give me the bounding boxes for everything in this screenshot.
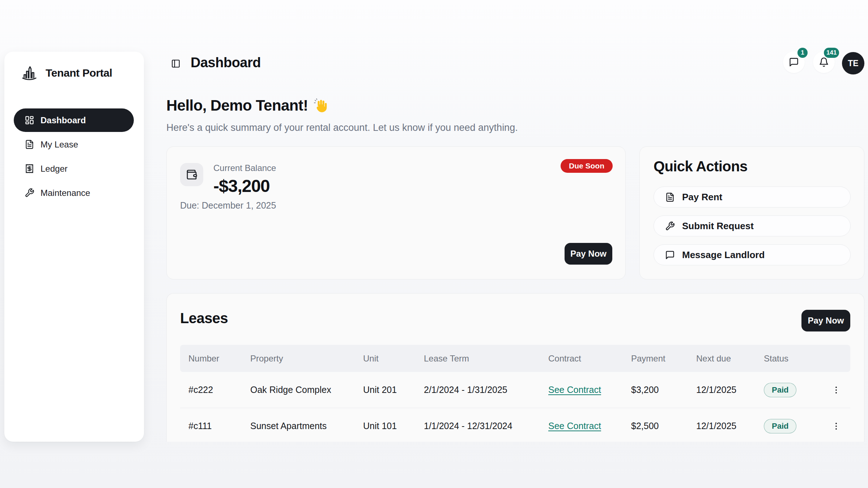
lease-term: 1/1/2024 - 12/31/2024 xyxy=(424,421,548,431)
sidebar-item-maintenance[interactable]: Maintenance xyxy=(14,181,134,205)
greeting-subtitle: Here's a quick summary of your rental ac… xyxy=(166,122,518,133)
col-header-contract: Contract xyxy=(548,354,631,364)
lease-term: 2/1/2024 - 1/31/2025 xyxy=(424,385,548,395)
pay-rent-button[interactable]: Pay Rent xyxy=(654,187,851,207)
leases-pay-now-button[interactable]: Pay Now xyxy=(801,310,850,331)
col-header-number: Number xyxy=(188,354,250,364)
col-header-lease-term: Lease Term xyxy=(424,354,548,364)
dashboard-icon xyxy=(25,115,34,125)
bell-icon xyxy=(819,57,829,67)
sidebar-item-label: Maintenance xyxy=(41,188,90,198)
lease-property: Sunset Apartments xyxy=(250,421,363,431)
leases-table: Number Property Unit Lease Term Contract… xyxy=(180,345,850,442)
due-soon-badge: Due Soon xyxy=(561,159,613,173)
sidebar-toggle-button[interactable] xyxy=(167,55,184,72)
panel-left-icon xyxy=(171,59,180,68)
lease-next-due: 12/1/2025 xyxy=(696,385,764,395)
file-text-icon xyxy=(665,192,675,202)
message-landlord-label: Message Landlord xyxy=(682,249,765,261)
app-title: Tenant Portal xyxy=(46,67,112,79)
sidebar: Tenant Portal Dashboard My Lease xyxy=(4,52,144,442)
greeting-title: Hello, Demo Tenant! xyxy=(166,97,308,114)
more-vertical-icon xyxy=(831,421,841,431)
col-header-payment: Payment xyxy=(631,354,696,364)
greeting-block: Hello, Demo Tenant! Here's a quick summa… xyxy=(166,97,518,133)
balance-label: Current Balance xyxy=(213,163,276,173)
col-header-status: Status xyxy=(764,354,827,364)
row-menu-button[interactable] xyxy=(828,418,844,434)
submit-request-button[interactable]: Submit Request xyxy=(654,215,851,236)
sidebar-nav: Dashboard My Lease Ledger xyxy=(14,108,134,205)
messages-count-badge: 1 xyxy=(797,48,808,58)
table-row: #c111 Sunset Apartments Unit 101 1/1/202… xyxy=(180,408,850,442)
leases-card: Leases Pay Now Number Property Unit Leas… xyxy=(166,293,864,442)
lease-document-icon xyxy=(25,140,34,149)
lease-unit: Unit 101 xyxy=(363,421,424,431)
message-icon xyxy=(665,250,675,260)
lease-next-due: 12/1/2025 xyxy=(696,421,764,431)
message-landlord-button[interactable]: Message Landlord xyxy=(654,244,851,265)
page-title: Dashboard xyxy=(191,55,261,70)
sidebar-item-label: Dashboard xyxy=(41,115,86,125)
row-menu-button[interactable] xyxy=(828,382,844,398)
wrench-icon xyxy=(25,188,34,198)
see-contract-link[interactable]: See Contract xyxy=(548,421,601,431)
lease-number: #c111 xyxy=(188,421,250,431)
pay-now-button[interactable]: Pay Now xyxy=(565,243,612,265)
lease-payment: $3,200 xyxy=(631,385,696,395)
message-icon xyxy=(789,57,799,67)
sidebar-item-ledger[interactable]: Ledger xyxy=(14,157,134,180)
app-logo-row: Tenant Portal xyxy=(4,52,144,81)
pay-rent-label: Pay Rent xyxy=(682,192,722,203)
lease-unit: Unit 201 xyxy=(363,385,424,395)
see-contract-link[interactable]: See Contract xyxy=(548,385,601,395)
sidebar-item-label: My Lease xyxy=(41,140,78,150)
col-header-unit: Unit xyxy=(363,354,424,364)
wallet-icon xyxy=(186,169,197,180)
wallet-chip xyxy=(180,163,203,186)
lease-number: #c222 xyxy=(188,385,250,395)
notifications-count-badge: 141 xyxy=(824,48,839,58)
sidebar-item-dashboard[interactable]: Dashboard xyxy=(14,108,134,132)
col-header-next-due: Next due xyxy=(696,354,764,364)
sidebar-item-label: Ledger xyxy=(41,164,68,174)
due-date-text: Due: December 1, 2025 xyxy=(180,200,276,211)
waving-hand-emoji xyxy=(312,98,328,113)
lease-payment: $2,500 xyxy=(631,421,696,431)
buildings-logo-icon xyxy=(21,65,38,81)
leases-title: Leases xyxy=(180,310,228,326)
balance-card: Current Balance -$3,200 Due Soon Due: De… xyxy=(166,146,626,279)
quick-actions-card: Quick Actions Pay Rent Submit Request Me… xyxy=(639,146,864,279)
sidebar-item-my-lease[interactable]: My Lease xyxy=(14,133,134,156)
balance-amount: -$3,200 xyxy=(213,176,276,196)
receipt-icon xyxy=(25,164,34,174)
wrench-icon xyxy=(665,221,675,231)
col-header-property: Property xyxy=(250,354,363,364)
submit-request-label: Submit Request xyxy=(682,221,754,232)
more-vertical-icon xyxy=(831,385,841,395)
user-avatar[interactable]: TE xyxy=(842,52,864,74)
status-badge: Paid xyxy=(764,383,796,397)
table-row: #c222 Oak Ridge Complex Unit 201 2/1/202… xyxy=(180,372,850,408)
lease-property: Oak Ridge Complex xyxy=(250,385,363,395)
status-badge: Paid xyxy=(764,419,796,433)
table-header-row: Number Property Unit Lease Term Contract… xyxy=(180,345,850,372)
quick-actions-title: Quick Actions xyxy=(654,158,748,175)
